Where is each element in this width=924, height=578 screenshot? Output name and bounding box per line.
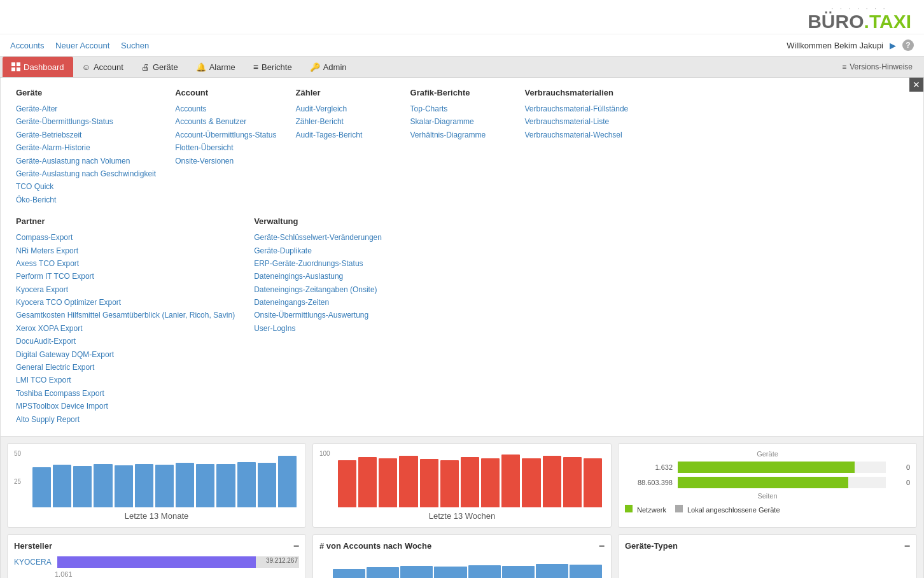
menu-link[interactable]: Digital Gateway DQM-Export: [16, 348, 235, 361]
nav-geraete[interactable]: 🖨 Geräte: [132, 57, 187, 77]
menu-link[interactable]: Top-Charts: [410, 102, 506, 115]
nav-berichte[interactable]: ≡ Berichte: [244, 57, 301, 77]
menu-link[interactable]: Xerox XOPA Export: [16, 322, 235, 335]
user-arrow-icon[interactable]: ▶: [890, 41, 896, 50]
bar: [237, 462, 256, 507]
menu-link[interactable]: Geräte-Übermittlungs-Status: [16, 115, 156, 128]
bar: [338, 460, 356, 507]
menu-link[interactable]: Kyocera Export: [16, 283, 235, 296]
nav-versions[interactable]: ≡ Versions-Hinweise: [833, 57, 921, 77]
menu-link[interactable]: Geräte-Alarm-Historie: [16, 141, 156, 154]
kyocera-subvalue: 1.061: [14, 570, 299, 578]
menu-link-alto-supply[interactable]: Alto Supply Report: [16, 413, 235, 426]
dashboard-icon: [11, 62, 20, 71]
menu-link[interactable]: Accounts & Benutzer: [175, 115, 276, 128]
menu-link[interactable]: MPSToolbox Device Import: [16, 400, 235, 412]
menu-link[interactable]: Flotten-Übersicht: [175, 141, 276, 154]
acc-bar: [570, 565, 602, 578]
acc-bar: [536, 564, 568, 578]
menu-col-partner: Partner Compass-Export NRi Meters Export…: [16, 216, 254, 426]
bar: [115, 465, 133, 507]
menu-link[interactable]: TCO Quick: [16, 180, 156, 193]
menu-col-zaehler: Zähler Audit-Vergleich Zähler-Bericht Au…: [296, 88, 410, 206]
menu-link[interactable]: Dateneingings-Zeitangaben (Onsite): [254, 283, 426, 296]
menu-link[interactable]: NRi Meters Export: [16, 244, 235, 257]
key-icon: 🔑: [310, 62, 320, 72]
kyocera-row: KYOCERA 39.212.267: [14, 556, 299, 568]
list-icon: ≡: [253, 62, 258, 72]
help-icon[interactable]: ?: [902, 39, 914, 51]
menu-link[interactable]: Verhältnis-Diagramme: [410, 129, 506, 141]
welcome-text: Willkommen Bekim Jakupi: [787, 41, 883, 50]
seiten-label: Seiten: [625, 492, 910, 500]
menu-link[interactable]: Compass-Export: [16, 231, 235, 244]
menu-link[interactable]: Perform IT TCO Export: [16, 270, 235, 283]
bar: [563, 457, 582, 507]
menu-col-zaehler-title: Zähler: [296, 88, 391, 97]
bar: [155, 465, 174, 507]
geraetetypen-collapse-button[interactable]: −: [904, 541, 910, 551]
hersteller-collapse-button[interactable]: −: [293, 541, 299, 551]
menu-link[interactable]: Verbrauchsmaterial-Wechsel: [525, 129, 629, 141]
menu-link[interactable]: LMI TCO Export: [16, 374, 235, 386]
menu-col-grafik-title: Grafik-Berichte: [410, 88, 506, 97]
nav-neuer-account-link[interactable]: Neuer Account: [55, 41, 109, 50]
menu-link[interactable]: ERP-Geräte-Zuordnungs-Status: [254, 257, 426, 270]
nav-dashboard[interactable]: Dashboard: [3, 57, 73, 77]
geraete-bar-value: 0: [891, 463, 910, 471]
menu-link[interactable]: Accounts: [175, 102, 276, 115]
nav-alarme[interactable]: 🔔 Alarme: [187, 57, 244, 77]
menu-link[interactable]: General Electric Export: [16, 361, 235, 374]
nav-account[interactable]: ☺ Account: [73, 57, 132, 77]
close-menu-button[interactable]: ✕: [909, 78, 923, 92]
chart-y-25: 25: [14, 478, 21, 485]
menu-link[interactable]: Dateneingings-Auslastung: [254, 270, 426, 283]
menu-link[interactable]: Kyocera TCO Optimizer Export: [16, 296, 235, 309]
menu-link[interactable]: Toshiba Ecompass Export: [16, 387, 235, 400]
versions-label: Versions-Hinweise: [850, 62, 913, 71]
menu-link[interactable]: Geräte-Auslastung nach Geschwindigkeit: [16, 167, 156, 180]
menu-link[interactable]: Onsite-Übermittlungs-Auswertung: [254, 309, 426, 321]
geraete-legend: Netzwerk Lokal angeschlossene Geräte: [625, 505, 910, 514]
seiten-bar-track: [678, 477, 886, 488]
legend-local: Lokal angeschlossene Geräte: [675, 505, 780, 514]
geraete-panel: Geräte 1.632 0 88.603.398 0: [618, 443, 917, 528]
network-dot: [625, 505, 633, 512]
menu-link[interactable]: Geräte-Schlüsselwert-Veränderungen: [254, 231, 426, 244]
menu-link[interactable]: User-LogIns: [254, 322, 426, 335]
menu-link[interactable]: Zähler-Bericht: [296, 115, 391, 128]
nav-accounts-link[interactable]: Accounts: [10, 41, 44, 50]
menu-link[interactable]: Account-Übermittlungs-Status: [175, 129, 276, 141]
menu-link[interactable]: Geräte-Duplikate: [254, 244, 426, 257]
menu-link[interactable]: Skalar-Diagramme: [410, 115, 506, 128]
menu-link[interactable]: Geräte-Alter: [16, 102, 156, 115]
local-dot: [675, 505, 683, 512]
menu-col-account-title: Account: [175, 88, 276, 97]
nav-suchen-link[interactable]: Suchen: [121, 41, 149, 50]
menu-link[interactable]: Verbrauchsmaterial-Liste: [525, 115, 629, 128]
menu-link[interactable]: Öko-Bericht: [16, 194, 156, 206]
versions-icon: ≡: [842, 62, 846, 71]
menu-link[interactable]: Onsite-Versionen: [175, 155, 276, 167]
logo: · · · · · · · BÜRO.TAXI: [808, 5, 911, 31]
menu-link[interactable]: Dateneingangs-Zeiten: [254, 296, 426, 309]
bar: [543, 456, 561, 507]
nav-admin[interactable]: 🔑 Admin: [301, 57, 356, 77]
bar: [196, 464, 214, 507]
account-icon: ☺: [82, 62, 90, 72]
menu-link[interactable]: Geräte-Betriebszeit: [16, 129, 156, 141]
menu-link[interactable]: Verbrauchsmaterial-Füllstände: [525, 102, 629, 115]
menu-col-verbrauch: Verbrauchsmaterialien Verbrauchsmaterial…: [525, 88, 648, 206]
menu-col-account: Account Accounts Accounts & Benutzer Acc…: [175, 88, 295, 206]
bar: [440, 460, 459, 507]
menu-link[interactable]: Axess TCO Export: [16, 257, 235, 270]
logo-taxi: TAXI: [869, 11, 911, 32]
menu-link[interactable]: DocuAudit-Export: [16, 335, 235, 348]
accounts-collapse-button[interactable]: −: [599, 541, 605, 551]
menu-link[interactable]: Geräte-Auslastung nach Volumen: [16, 155, 156, 167]
menu-link[interactable]: Audit-Tages-Bericht: [296, 129, 391, 141]
geraete-row-2: 88.603.398 0: [625, 477, 910, 488]
menu-link[interactable]: Gesamtkosten Hilfsmittel Gesamtüberblick…: [16, 309, 235, 321]
menu-link[interactable]: Audit-Vergleich: [296, 102, 391, 115]
bar: [258, 463, 276, 507]
